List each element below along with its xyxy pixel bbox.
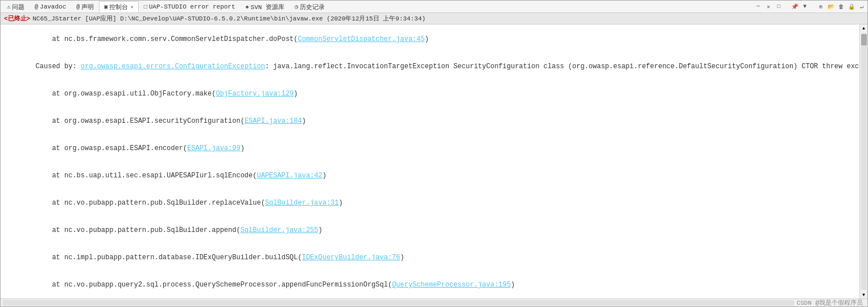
minimize-icon[interactable]: ─ [754, 2, 763, 11]
word-wrap-icon[interactable]: ↵ [857, 2, 866, 11]
open-file-icon[interactable]: 📂 [826, 2, 836, 11]
pin-icon[interactable]: 📌 [790, 2, 799, 11]
tab-declaration-label: 声明 [81, 3, 94, 11]
console-line-9: at nc.vo.pubapp.query2.sql.process.Query… [3, 271, 857, 298]
maximize-icon[interactable]: □ [774, 2, 783, 11]
scroll-lock-icon[interactable]: 🔒 [847, 2, 856, 11]
tab-uap-label: UAP-STUDIO error report [149, 3, 235, 10]
uap-icon: □ [144, 4, 147, 10]
breadcrumb-content: NC65_JStarter [UAP应用] D:\NC_Develop\UAP-… [32, 14, 425, 23]
console-line-4: at org.owasp.esapi.ESAPI.encoder(ESAPI.j… [3, 135, 857, 162]
terminator-label: <已终止> [4, 14, 30, 23]
bottom-bar: CSDN @我是个假程序员 [1, 298, 867, 306]
svn-icon: ◈ [246, 3, 249, 10]
scroll-thumb[interactable] [861, 34, 867, 45]
tab-javadoc[interactable]: @ Javadoc [30, 1, 71, 13]
link-8[interactable]: IDExQueryBuilder.java:76 [302, 254, 400, 262]
link-4[interactable]: ESAPI.java:99 [187, 144, 241, 152]
tab-bar: ⚠ 问题 @ Javadoc @ 声明 ▣ 控制台 ✕ □ UAP-STUDIO… [1, 1, 867, 13]
declaration-icon: @ [76, 4, 80, 10]
history-icon: ◷ [295, 3, 298, 10]
link-2[interactable]: ObjFactory.java:129 [216, 90, 294, 98]
console-icon: ▣ [104, 3, 108, 10]
cause-link-1[interactable]: org.owasp.esapi.errors.ConfigurationExce… [81, 63, 265, 70]
tab-svn[interactable]: ◈ SVN 资源库 [241, 1, 290, 13]
tab-history-label: 历史记录 [300, 3, 325, 11]
console-close-icon[interactable]: ✕ [130, 4, 133, 10]
tab-console[interactable]: ▣ 控制台 ✕ [99, 1, 138, 13]
tab-problems-label: 问题 [12, 3, 24, 11]
console-line-6: at nc.vo.pubapp.pattern.pub.SqlBuilder.r… [3, 189, 857, 217]
link-7[interactable]: SqlBuilder.java:255 [241, 226, 319, 234]
console-line-2: at org.owasp.esapi.util.ObjFactory.make(… [3, 80, 857, 107]
tab-javadoc-label: Javadoc [40, 3, 66, 10]
javadoc-icon: @ [35, 4, 38, 10]
tab-bar-right-buttons: ─ ✕ □ 📌 ▼ ⊕ 📂 🗑 🔒 ↵ [754, 2, 866, 11]
link-5[interactable]: UAPESAPI.java:42 [257, 172, 322, 180]
clear-console-icon[interactable]: 🗑 [837, 2, 846, 11]
horizontal-scrollbar[interactable] [3, 300, 794, 306]
tab-problems[interactable]: ⚠ 问题 [2, 1, 30, 13]
console-line-8: at nc.impl.pubapp.pattern.database.IDExQ… [3, 244, 857, 271]
breadcrumb-bar: <已终止> NC65_JStarter [UAP应用] D:\NC_Develo… [1, 13, 867, 24]
console-content[interactable]: at nc.bs.framework.comn.serv.CommonServl… [1, 24, 859, 298]
tab-declaration[interactable]: @ 声明 [71, 1, 99, 13]
right-scrollbar[interactable]: ▲ ▼ [859, 24, 867, 298]
tab-history[interactable]: ◷ 历史记录 [290, 1, 330, 13]
main-window: ⚠ 问题 @ Javadoc @ 声明 ▣ 控制台 ✕ □ UAP-STUDIO… [0, 0, 868, 307]
tab-console-label: 控制台 [109, 3, 128, 11]
console-line-7: at nc.vo.pubapp.pattern.pub.SqlBuilder.a… [3, 217, 857, 244]
view-menu-icon[interactable]: ▼ [800, 2, 809, 11]
link-0[interactable]: CommonServletDispatcher.java:45 [297, 35, 424, 43]
link-3[interactable]: ESAPI.java:184 [245, 117, 302, 125]
problems-icon: ⚠ [7, 3, 10, 10]
link-6[interactable]: SqlBuilder.java:31 [265, 199, 339, 207]
watermark-text: CSDN @我是个假程序员 [796, 298, 867, 307]
scroll-track[interactable] [861, 33, 867, 290]
new-console-icon[interactable]: ⊕ [816, 2, 825, 11]
console-line-5: at nc.bs.uap.util.sec.esapi.UAPESAPIurl.… [3, 162, 857, 189]
console-line-3: at org.owasp.esapi.ESAPI.securityConfigu… [3, 107, 857, 135]
scroll-down-icon[interactable]: ▼ [861, 291, 866, 298]
close-view-icon[interactable]: ✕ [764, 2, 773, 11]
console-wrapper: at nc.bs.framework.comn.serv.CommonServl… [1, 24, 867, 298]
tab-uap-studio[interactable]: □ UAP-STUDIO error report [139, 1, 241, 13]
console-line-0: at nc.bs.framework.comn.serv.CommonServl… [3, 26, 857, 53]
console-caused-by-1: Caused by: org.owasp.esapi.errors.Config… [3, 53, 857, 80]
scroll-up-icon[interactable]: ▲ [861, 24, 866, 32]
tab-svn-label: SVN 资源库 [251, 3, 284, 11]
link-9[interactable]: QuerySchemeProcessor.java:195 [392, 281, 511, 289]
